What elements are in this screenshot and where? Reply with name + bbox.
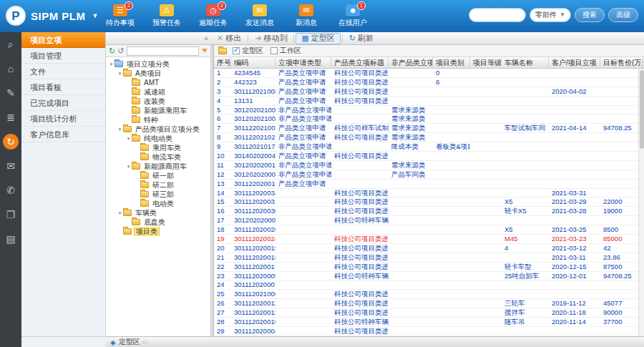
tree-node[interactable]: ▾新能源商用车 <box>106 162 210 171</box>
tree-caret-icon[interactable]: ▾ <box>117 124 123 134</box>
toolbar-button[interactable]: ▦定型区 <box>296 33 340 44</box>
rail-database-icon[interactable]: ≣ <box>0 105 21 129</box>
tree-node[interactable]: ▾纯电动类 <box>106 134 210 143</box>
tree-node[interactable]: AMT <box>106 78 210 87</box>
app-logo[interactable]: P SIPM PLM ▼ <box>6 6 98 26</box>
table-row[interactable]: 21301112020018科技公司项目类进度管理2021-03-1123.86 <box>214 253 638 263</box>
table-row[interactable]: 13301122020010产品类立项申请 <box>214 180 638 189</box>
tree-node[interactable]: ▾产品类项目立项分类 <box>106 124 210 134</box>
tree-caret-icon[interactable]: ▾ <box>108 59 114 69</box>
tree-node[interactable]: ▾项目立项分类 <box>106 59 210 69</box>
statusbar-tab[interactable]: 定型区 <box>119 337 140 347</box>
topnav-item-todo[interactable]: ☰2待办事项 <box>102 2 139 28</box>
rail-card-icon[interactable]: ▤ <box>0 227 21 251</box>
column-header[interactable]: 项目等级 <box>470 57 502 68</box>
topnav-item-send-msg[interactable]: ✉发送消息 <box>241 2 278 28</box>
vertical-scrollbar[interactable] <box>638 69 644 336</box>
table-row[interactable]: 14234545产品类立项申请科技公司项目类进度管理0 <box>214 69 638 78</box>
topnav-item-warning[interactable]: ⚠预警任务 <box>148 2 185 28</box>
filter-funnel-icon[interactable] <box>202 49 208 53</box>
tree-node[interactable]: 研二部 <box>106 180 210 190</box>
table-row[interactable]: 29301112020004科技公司项目类进度管理 <box>214 327 638 336</box>
table-row[interactable]: 14301112020034科技公司项目类进度管理2021-03-31 <box>214 189 638 198</box>
rail-home-icon[interactable]: ⌂ <box>0 57 21 81</box>
collapse-panel-icon[interactable]: « <box>200 34 212 42</box>
sidebar-item[interactable]: 项目立项 <box>21 32 105 48</box>
column-header[interactable]: 立项申请类型 <box>275 57 331 68</box>
tree-caret-icon[interactable]: ▾ <box>117 208 123 218</box>
area-checkbox[interactable]: 定型区 <box>233 46 263 56</box>
topnav-item-overdue[interactable]: ◷2逾期任务 <box>195 2 232 28</box>
table-row[interactable]: 19301112020024科技公司项目类进度管理M452021-03-2385… <box>214 235 638 244</box>
tree-node[interactable]: 项目类 <box>106 227 210 236</box>
table-row[interactable]: 12301202020009非产品类立项申请产品车间类 <box>214 170 638 180</box>
rail-support-icon[interactable]: ✆ <box>0 178 21 202</box>
tree-node[interactable]: 研一部 <box>106 171 210 180</box>
toolbar-button[interactable]: ➜移动到 <box>250 33 292 44</box>
tree-node[interactable]: 减速箱 <box>106 87 210 97</box>
column-header[interactable]: 项目类别 <box>433 57 470 68</box>
rail-library-icon[interactable]: ❐ <box>0 202 21 227</box>
table-row[interactable]: 413131产品类立项申请科技公司项目类进度管理 <box>214 97 638 106</box>
table-row[interactable]: 25301112021006科技公司项目类进度管理 <box>214 290 638 299</box>
column-header[interactable]: 非产品类立项标题 <box>389 57 433 68</box>
checkbox-icon[interactable] <box>233 47 240 54</box>
search-button[interactable]: 搜索 <box>575 8 605 22</box>
column-header[interactable]: 序号 <box>214 57 231 68</box>
tree-node[interactable]: 底盘类 <box>106 218 210 227</box>
tree-node[interactable]: 改装类 <box>106 97 210 106</box>
tree-caret-icon[interactable]: ▾ <box>125 134 132 143</box>
toolbar-button[interactable]: ✕移出 <box>212 33 246 44</box>
table-row[interactable]: 3301112021008产品类立项申请科技公司项目类进度管理2020-04-0… <box>214 87 638 97</box>
sidebar-item[interactable]: 客户信息库 <box>21 127 105 142</box>
search-category-select[interactable]: 零部件 ▼ <box>530 8 571 22</box>
rail-message-icon[interactable]: ✉ <box>0 154 21 178</box>
scrollbar-thumb[interactable] <box>640 70 644 149</box>
tree-filter-input[interactable] <box>127 47 199 56</box>
rail-quick-search-icon[interactable]: ⌕ <box>0 32 21 57</box>
rail-edit-icon[interactable]: ✎ <box>0 81 21 105</box>
advanced-search-button[interactable]: 高级 <box>608 8 638 22</box>
table-row[interactable]: 930112021017非产品类立项申请降成本类看板类&项目实施类 <box>214 142 638 152</box>
tree-node[interactable]: 特种 <box>106 115 210 124</box>
column-header[interactable]: 产品类立项标题 <box>331 57 389 68</box>
table-row[interactable]: 16301112020030科技公司项目类进度管理轻卡X52021-03-281… <box>214 207 638 216</box>
topnav-item-online[interactable]: ☻1在线用户 <box>334 2 371 28</box>
tree-caret-icon[interactable]: ▾ <box>125 162 132 171</box>
sidebar-item[interactable]: 项目管理 <box>21 48 105 64</box>
tree-node[interactable]: 乘用车类 <box>106 143 210 152</box>
rail-sync-icon[interactable]: ↻ <box>0 129 21 154</box>
sidebar-item[interactable]: 文件 <box>21 64 105 79</box>
sidebar-item[interactable]: 项目看板 <box>21 79 105 95</box>
tree-node[interactable]: ▾车辆类 <box>106 208 210 218</box>
table-row[interactable]: 28301112020010科技公司特种车辆类随车吊2020-11-143770… <box>214 318 638 327</box>
topnav-item-new-msg[interactable]: ✉新消息 <box>288 2 325 28</box>
table-row[interactable]: 6301202021003非产品类立项申请需求来源类 <box>214 114 638 124</box>
tree-node[interactable]: 物流车类 <box>106 152 210 162</box>
table-row[interactable]: 17301202020001科技公司特种车辆类 <box>214 216 638 225</box>
sidebar-item[interactable]: 已完成项目 <box>21 95 105 111</box>
column-header[interactable]: 目标售价(万元 <box>600 57 643 68</box>
tree-node[interactable]: 研三部 <box>106 190 210 199</box>
area-checkbox[interactable]: 工作区 <box>270 46 301 56</box>
column-header[interactable]: 编码 <box>231 57 275 68</box>
tree-node[interactable]: ▾A类项目 <box>106 69 210 78</box>
table-row[interactable]: 11301202020012非产品类立项申请需求来源类 <box>214 161 638 170</box>
tree-collapse-all-icon[interactable]: ↺ <box>117 46 124 56</box>
table-row[interactable]: 24301112020007 <box>214 280 638 290</box>
table-row[interactable]: 5301202021004非产品类立项申请需求来源类 <box>214 106 638 115</box>
column-header[interactable]: 客户/项目立项 <box>549 57 600 68</box>
table-row[interactable]: 18301112020026X52021-03-258500 <box>214 225 638 235</box>
sidebar-item[interactable]: 项目统计分析 <box>21 111 105 127</box>
tree-caret-icon[interactable]: ▾ <box>117 69 123 78</box>
table-row[interactable]: 20301112020019科技公司项目类进度管理42021-03-1242 <box>214 244 638 253</box>
table-row[interactable]: 7301122021001产品类立项申请科技公司样车试制项目需求来源类车型试制车… <box>214 124 638 133</box>
toolbar-button[interactable]: ↻刷新 <box>344 33 379 44</box>
table-row[interactable]: 15301112020031科技公司项目类进度管理X52021-03-29220… <box>214 197 638 207</box>
logo-caret-icon[interactable]: ▼ <box>92 12 99 19</box>
table-row[interactable]: 8301122021021产品类立项申请科技公司项目类进度管理需求来源类 <box>214 133 638 142</box>
table-row[interactable]: 22301112020017科技公司项目类进度管理轻卡车型2020-12-158… <box>214 263 638 272</box>
tree-node[interactable]: 新能源乘用车 <box>106 106 210 115</box>
tree-node[interactable]: 电动类 <box>106 199 210 208</box>
table-row[interactable]: 26301112020013科技公司项目类进度管理三轮车2019-11-1245… <box>214 299 638 308</box>
